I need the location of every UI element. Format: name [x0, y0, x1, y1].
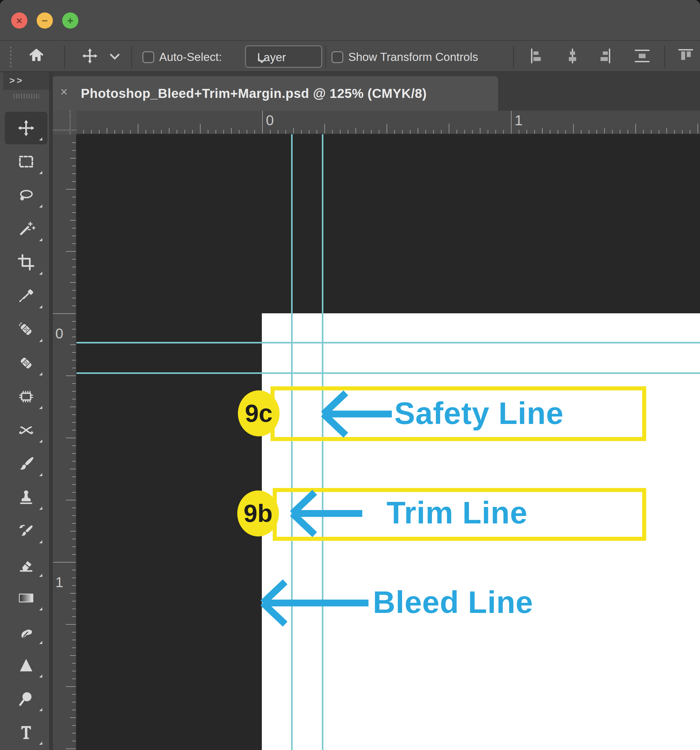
tool-flyout-arrow-icon	[39, 272, 42, 275]
ruler-tick	[208, 130, 208, 134]
ruler-tick	[72, 290, 76, 290]
align-left-edges-icon[interactable]	[528, 47, 546, 66]
tool-history[interactable]	[5, 515, 47, 547]
tool-eraser[interactable]	[5, 548, 47, 581]
tool-heal[interactable]	[5, 347, 47, 379]
options-bar: Auto-Select: Layer Show Transform Contro…	[0, 42, 700, 72]
ruler-tick	[332, 130, 333, 134]
minimize-glyph: −	[42, 15, 48, 26]
close-tab-icon[interactable]: ×	[60, 86, 68, 98]
ruler-tick	[72, 329, 76, 329]
horizontal-guide[interactable]	[77, 372, 700, 374]
ruler-tick	[72, 337, 76, 337]
ruler-tick	[66, 438, 76, 438]
ruler-tick	[200, 124, 201, 134]
layer-select-dropdown[interactable]: Layer	[245, 45, 322, 68]
zoom-glyph: +	[67, 15, 73, 26]
document-tab-bar: × Photoshop_Bleed+Trim+Margin.psd @ 125%…	[49, 72, 700, 111]
tool-spot-heal[interactable]	[5, 313, 47, 346]
ruler-tick	[72, 515, 76, 516]
zoom-window-button[interactable]: +	[62, 12, 78, 29]
ruler-tick	[317, 130, 317, 134]
align-right-edges-icon[interactable]	[595, 47, 613, 66]
ruler-tick	[72, 352, 76, 353]
tool-type[interactable]	[5, 716, 47, 748]
ruler-tick	[185, 130, 185, 134]
tool-marquee[interactable]	[5, 146, 47, 178]
tool-flyout-arrow-icon	[39, 507, 42, 510]
horizontal-ruler[interactable]: 01	[77, 111, 700, 134]
chevron-down-icon[interactable]	[109, 52, 120, 62]
ruler-tick	[70, 282, 76, 283]
tool-smudge[interactable]	[5, 615, 47, 648]
tool-ca-move[interactable]	[5, 414, 47, 446]
ruler-tick	[425, 130, 426, 134]
move-tool-icon[interactable]	[82, 48, 98, 66]
separator	[513, 46, 514, 68]
safety-step-badge: 9c	[238, 390, 280, 436]
align-top-edges-icon[interactable]	[677, 47, 695, 66]
ruler-tick	[682, 130, 683, 134]
ruler-tick	[153, 130, 154, 134]
ruler-tick	[231, 128, 232, 134]
align-horizontal-centers-icon[interactable]	[563, 47, 582, 66]
tool-brush[interactable]	[5, 447, 47, 480]
tool-stamp[interactable]	[5, 481, 47, 513]
tool-flyout-arrow-icon	[39, 641, 42, 644]
home-icon[interactable]	[28, 46, 45, 66]
tool-sharpen[interactable]	[5, 649, 47, 681]
ruler-tick	[72, 461, 76, 461]
trim-step-badge: 9b	[237, 490, 279, 536]
photoshop-window: × − + Auto-Select: Layer Show Transform …	[0, 0, 700, 750]
ruler-tick	[70, 717, 76, 718]
tool-crop[interactable]	[5, 246, 47, 278]
tools-panel-header: >>	[3, 72, 49, 89]
ruler-tick	[72, 570, 76, 570]
ruler-tick	[635, 124, 636, 134]
separator	[131, 46, 132, 68]
ruler-tick	[511, 111, 512, 134]
document-tab[interactable]: × Photoshop_Bleed+Trim+Margin.psd @ 125%…	[52, 76, 498, 111]
tool-flyout-arrow-icon	[39, 708, 42, 711]
collapse-panel-button[interactable]: >>	[9, 75, 24, 86]
ruler-tick	[107, 128, 107, 134]
ruler-origin-corner[interactable]	[53, 111, 77, 134]
ruler-tick	[72, 733, 76, 733]
ruler-tick	[433, 130, 434, 134]
tool-gradient[interactable]	[5, 582, 47, 614]
ruler-tick	[355, 128, 356, 134]
auto-select-checkbox[interactable]	[142, 51, 154, 63]
ruler-tick	[666, 128, 667, 134]
tool-patch[interactable]	[5, 380, 47, 413]
ruler-tick	[70, 655, 76, 656]
ruler-tick	[278, 130, 278, 134]
tool-flyout-arrow-icon	[39, 440, 42, 443]
tool-eyedropper[interactable]	[5, 280, 47, 312]
tool-lasso[interactable]	[5, 179, 47, 211]
tools-panel	[3, 89, 49, 750]
canvas-area[interactable]: Safety Line9cTrim Line9bBleed Line	[77, 134, 700, 750]
ruler-tick	[169, 128, 169, 134]
tool-wand[interactable]	[5, 213, 47, 245]
chevron-down-icon	[257, 54, 315, 67]
horizontal-guide[interactable]	[77, 342, 700, 343]
vertical-ruler[interactable]: 01	[53, 134, 77, 750]
tool-dodge[interactable]	[5, 682, 47, 715]
ruler-tick	[72, 632, 76, 633]
tools-panel-grip[interactable]	[14, 94, 39, 98]
ruler-tick	[72, 142, 76, 143]
close-window-button[interactable]: ×	[11, 12, 28, 29]
ruler-tick	[386, 124, 387, 134]
ruler-tick	[70, 407, 76, 407]
align-vertical-centers-icon[interactable]	[633, 47, 651, 66]
tool-move[interactable]	[5, 112, 47, 144]
vertical-guide[interactable]	[291, 134, 292, 750]
ruler-tick	[72, 702, 76, 702]
ruler-tick	[223, 130, 224, 134]
ruler-tick	[66, 251, 76, 252]
separator	[664, 46, 665, 68]
minimize-window-button[interactable]: −	[37, 12, 53, 29]
show-transform-checkbox[interactable]	[331, 51, 343, 63]
ruler-tick	[72, 391, 76, 392]
ruler-tick	[581, 130, 582, 134]
